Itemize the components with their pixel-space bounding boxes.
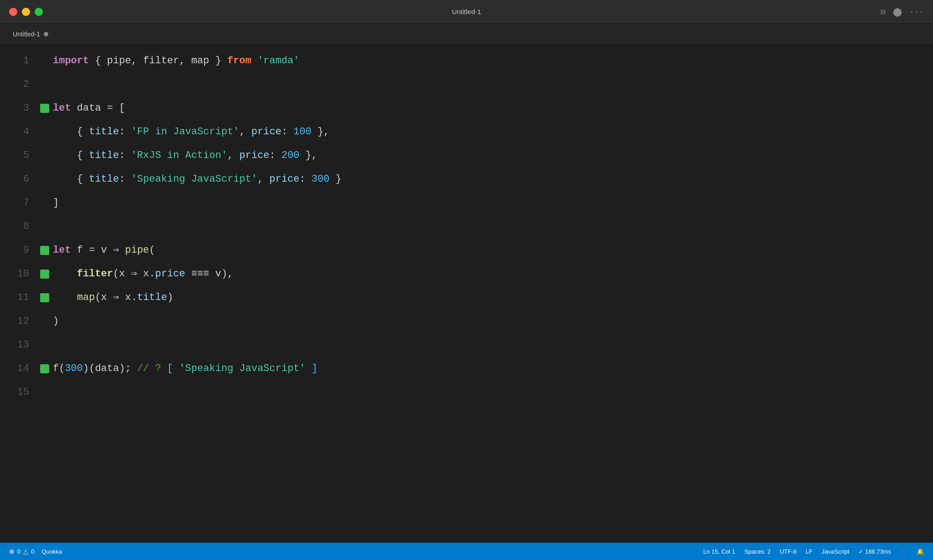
code-line-13: [53, 333, 927, 357]
code-line-14: f ( 300 )(data); // ? [ 'Speaking JavaSc…: [53, 357, 927, 381]
minimize-button[interactable]: [22, 8, 30, 16]
token-prop-title-1: title: [89, 120, 119, 144]
code-line-6: { title : 'Speaking JavaScript' , price …: [53, 168, 927, 191]
encoding-indicator[interactable]: UTF-8: [780, 548, 797, 555]
warning-count-value: 0: [31, 548, 34, 555]
title-bar: Untitled-1 ⊟ ⬤ ···: [0, 0, 933, 24]
token-string-ramda: 'ramda': [257, 49, 299, 73]
token-fn-call-f: f: [53, 357, 59, 381]
token-string-fp: 'FP in JavaScript': [131, 120, 240, 144]
token-arrow-3: ⇒: [113, 286, 119, 310]
token-fn-filter: filter: [77, 262, 113, 286]
token-num-300-2: 300: [65, 357, 83, 381]
tab-title: Untitled-1: [13, 31, 40, 38]
circle-icon[interactable]: ⬤: [893, 7, 902, 17]
token-import: import: [53, 49, 89, 73]
gutter-line-4: [36, 120, 53, 144]
gutter-line-7: [36, 191, 53, 215]
token-string-speaking: 'Speaking JavaScript': [131, 168, 257, 191]
breakpoint-indicator-3: [40, 104, 49, 113]
gutter-line-13: [36, 333, 53, 357]
token-num-300: 300: [312, 168, 330, 191]
code-line-3: let data = [: [53, 97, 927, 120]
code-line-12: ): [53, 310, 927, 333]
breakpoint-indicator-9: [40, 246, 49, 255]
token-prop-price-1: price: [251, 120, 282, 144]
gutter-line-8: [36, 215, 53, 239]
code-line-4: { title : 'FP in JavaScript' , price : 1…: [53, 120, 927, 144]
gutter-line-11: [36, 286, 53, 310]
token-result-bracket-open: [: [167, 357, 179, 381]
gutter-line-5: [36, 144, 53, 168]
token-fn-map: map: [77, 286, 95, 310]
gutter-line-10: [36, 262, 53, 286]
token-prop-title-2: title: [89, 144, 119, 168]
token-num-200: 200: [282, 144, 300, 168]
code-line-2: [53, 73, 927, 97]
line-numbers: 1 2 3 4 5 6 7 8 9 10 11 12 13 14 15: [0, 45, 36, 543]
code-line-5: { title : 'RxJS in Action' , price : 200…: [53, 144, 927, 168]
gutter-line-14: [36, 357, 53, 381]
gutter-line-9: [36, 239, 53, 262]
scrollbar[interactable]: [927, 45, 933, 543]
error-icon: ⊗: [9, 548, 15, 555]
title-bar-actions: ⊟ ⬤ ···: [881, 7, 924, 17]
code-editor[interactable]: import { pipe, filter, map } from 'ramda…: [53, 45, 927, 543]
error-count: ⊗ 0 △ 0: [9, 548, 34, 555]
maximize-button[interactable]: [35, 8, 43, 16]
code-line-15: [53, 381, 927, 404]
token-fn-pipe: pipe: [125, 239, 149, 262]
gutter-line-1: [36, 49, 53, 73]
gutter-line-12: [36, 310, 53, 333]
code-line-11: map (x ⇒ x. title ): [53, 286, 927, 310]
error-count-value: 0: [17, 548, 21, 555]
token-let-2: let: [53, 239, 71, 262]
traffic-lights: [9, 8, 43, 16]
token-prop-title-4: title: [137, 286, 167, 310]
token-result-bracket-close: ]: [306, 357, 318, 381]
cursor-position[interactable]: Ln 15, Col 1: [703, 548, 735, 555]
editor-tab[interactable]: Untitled-1: [7, 28, 54, 41]
more-actions-icon[interactable]: ···: [909, 7, 924, 16]
tab-bar: Untitled-1: [0, 24, 933, 45]
token-prop-price-4: price: [155, 262, 185, 286]
token-let-1: let: [53, 97, 71, 120]
close-button[interactable]: [9, 8, 17, 16]
line-ending-indicator[interactable]: LF: [805, 548, 812, 555]
gutter-line-6: [36, 168, 53, 191]
code-line-10: filter (x ⇒ x. price ≡≡≡ v),: [53, 262, 927, 286]
gutter-line-3: [36, 97, 53, 120]
token-result-string: 'Speaking JavaScript': [179, 357, 305, 381]
warning-icon: △: [23, 548, 28, 555]
token-string-rxjs: 'RxJS in Action': [131, 144, 227, 168]
language-indicator[interactable]: JavaScript: [822, 548, 850, 555]
status-left: ⊗ 0 △ 0 Quokka: [9, 548, 62, 555]
tab-unsaved-indicator: [44, 32, 48, 36]
token-arrow-1: ⇒: [113, 239, 119, 262]
breakpoint-indicator-10: [40, 270, 49, 279]
code-line-7: ]: [53, 191, 927, 215]
timing-indicator: ✓ 188.73ms: [858, 548, 891, 555]
token-arrow-2: ⇒: [131, 262, 137, 286]
token-comment-q: // ?: [137, 357, 167, 381]
breakpoint-indicator-11: [40, 293, 49, 302]
token-strict-eq: ≡≡≡: [191, 262, 210, 286]
code-line-1: import { pipe, filter, map } from 'ramda…: [53, 49, 927, 73]
status-bar: ⊗ 0 △ 0 Quokka Ln 15, Col 1 Spaces: 2 UT…: [0, 543, 933, 560]
bell-icon[interactable]: 🔔: [917, 548, 924, 555]
token-from: from: [227, 49, 251, 73]
gutter-line-2: [36, 73, 53, 97]
token-num-100: 100: [293, 120, 312, 144]
gutter: [36, 45, 53, 543]
token-prop-price-3: price: [269, 168, 299, 191]
token-prop-title-3: title: [89, 168, 119, 191]
window-title: Untitled-1: [452, 8, 481, 15]
spaces-indicator[interactable]: Spaces: 2: [744, 548, 771, 555]
quokka-label: Quokka: [41, 548, 62, 555]
code-line-9: let f = v ⇒ pipe (: [53, 239, 927, 262]
breakpoint-indicator-14: [40, 364, 49, 373]
split-editor-icon[interactable]: ⊟: [881, 7, 886, 17]
editor-area: 1 2 3 4 5 6 7 8 9 10 11 12 13 14 15: [0, 45, 933, 543]
token-prop-price-2: price: [239, 144, 269, 168]
status-right: Ln 15, Col 1 Spaces: 2 UTF-8 LF JavaScri…: [703, 548, 924, 555]
